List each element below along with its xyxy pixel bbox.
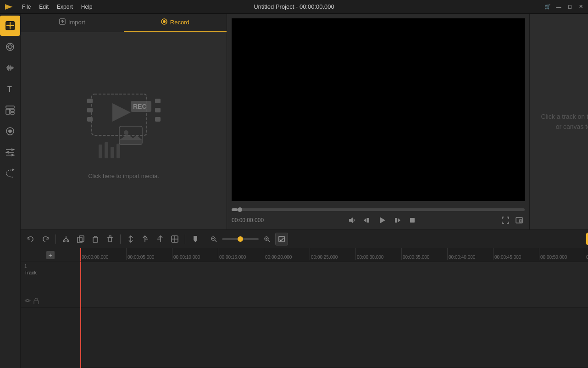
playhead[interactable] [80,248,81,262]
forward-button[interactable] [392,215,403,226]
sidebar-item-more[interactable] [0,163,20,184]
sidebar: T [0,14,21,368]
record-tab-icon [161,18,167,26]
svg-rect-87 [279,236,284,242]
svg-rect-67 [79,236,84,241]
svg-line-81 [215,240,216,242]
timeline-body: + 1 Track [21,248,588,368]
svg-point-35 [163,20,166,23]
sidebar-item-audio[interactable] [0,58,20,78]
toolbar-sep-1 [55,234,56,244]
titlebar-left: File Edit Export Help [4,2,96,12]
svg-rect-49 [99,145,102,158]
close-button[interactable]: ✕ [577,3,584,11]
titlebar-right: 🛒 — ◻ ✕ [544,3,584,11]
sidebar-item-text[interactable]: T [0,79,20,99]
trim-left-button[interactable] [139,233,152,245]
delete-button[interactable] [104,233,116,245]
sidebar-item-effects[interactable] [0,37,20,57]
zoom-in-button[interactable] [261,233,273,245]
minimize-button[interactable]: — [555,3,562,11]
sidebar-item-filters[interactable] [0,121,20,141]
svg-rect-5 [6,26,10,30]
ruler-mark-6: 00:00:30.000 [355,248,401,260]
top-section: Import Record [21,14,588,229]
pip-button[interactable] [514,215,525,226]
lock-icon[interactable] [33,298,39,306]
tab-import[interactable]: Import [21,14,124,32]
ruler-mark-11: 00:00:55 [585,248,588,260]
playback-buttons [346,214,418,227]
track-label-list: 1 Track [21,262,80,368]
svg-rect-42 [155,117,161,122]
visibility-icon[interactable] [24,298,31,306]
svg-rect-25 [11,109,14,112]
cart-button[interactable]: 🛒 [544,3,551,11]
controls-row: 00:00:00.000 [232,214,525,227]
paste-button[interactable] [89,233,102,245]
split2-button[interactable] [168,233,181,245]
timeline-toolbar: Export [21,230,588,248]
svg-rect-24 [6,109,10,114]
play-button[interactable] [376,214,388,227]
right-controls [500,215,525,226]
save-project-button[interactable] [275,233,288,245]
stop-button[interactable] [407,215,418,226]
svg-marker-53 [349,217,353,223]
progress-fill [232,208,238,211]
svg-text:REC: REC [133,103,147,110]
svg-line-64 [64,238,66,240]
ruler-mark-0: 00:00:00.000 [80,248,126,260]
ruler-marks: 00:00:00.000 00:00:05.000 00:00:10.000 0… [80,248,588,262]
properties-panel: Click a track on the timeline or canvas … [530,14,588,229]
ruler-mark-9: 00:00:45.000 [493,248,539,260]
add-track-button[interactable]: + [21,248,80,262]
progress-bar[interactable] [232,208,525,211]
svg-rect-4 [11,22,14,25]
window-title: Untitled Project - 00:00:00.000 [254,3,334,10]
tab-record[interactable]: Record [124,14,227,32]
marker-button[interactable] [189,233,202,245]
track-labels: + 1 Track [21,248,80,368]
titlebar: File Edit Export Help Untitled Project -… [0,0,588,14]
import-graphic: REC [78,83,170,165]
menu-file[interactable]: File [18,3,34,11]
maximize-button[interactable]: ◻ [566,3,573,11]
cut-button[interactable] [60,233,72,245]
volume-button[interactable] [346,215,357,226]
menu-help[interactable]: Help [78,3,96,11]
svg-marker-54 [364,218,366,223]
record-tab-label: Record [170,19,189,26]
progress-thumb[interactable] [238,207,242,212]
app-logo [4,2,14,12]
sidebar-item-templates[interactable] [0,100,20,120]
timeline-ruler: 00:00:00.000 00:00:05.000 00:00:10.000 0… [80,248,588,262]
ruler-mark-4: 00:00:20.000 [264,248,310,260]
svg-rect-51 [111,147,114,158]
fullscreen-button[interactable] [500,215,511,226]
menu-export[interactable]: Export [53,3,77,11]
sidebar-item-media[interactable] [0,16,20,36]
svg-rect-69 [93,237,98,242]
svg-rect-3 [6,22,10,25]
svg-rect-41 [155,108,161,112]
sidebar-item-transitions[interactable] [0,142,20,162]
content-area: Import Record [21,14,588,368]
svg-line-65 [66,238,68,240]
undo-button[interactable] [24,233,37,245]
copy-button[interactable] [74,233,87,245]
svg-rect-40 [155,99,161,103]
zoom-slider[interactable] [222,238,259,240]
menu-edit[interactable]: Edit [35,3,52,11]
zoom-out-button[interactable] [207,233,220,245]
split-button[interactable] [124,233,137,245]
track-row-2 [80,308,588,368]
trim-right-button[interactable] [154,233,166,245]
svg-rect-6 [11,26,14,30]
import-drop-area[interactable]: REC Click here t [21,32,227,229]
redo-button[interactable] [39,233,52,245]
panel-tabs: Import Record [21,14,227,32]
export-button[interactable]: Export [586,233,588,245]
left-panel: Import Record [21,14,227,229]
rewind-button[interactable] [361,215,372,226]
